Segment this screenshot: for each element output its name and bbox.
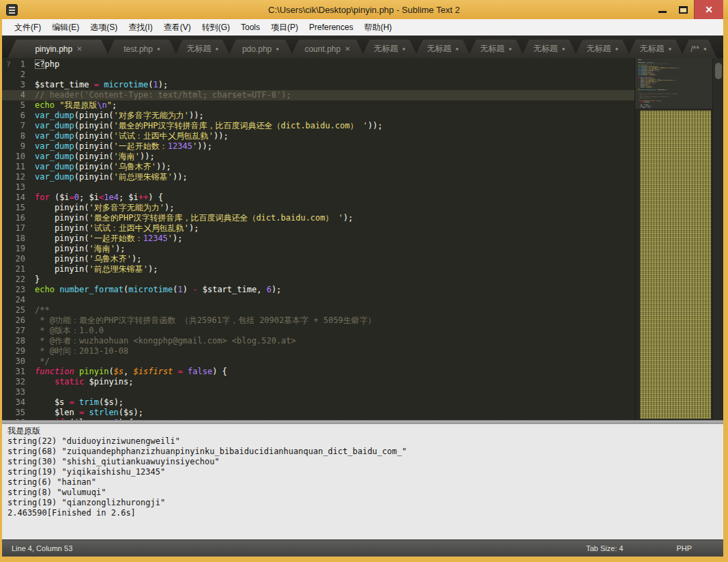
tab-无标题[interactable]: 无标题●	[414, 40, 471, 58]
minimap-dictionary-block	[640, 111, 711, 419]
line-number: 35	[2, 408, 32, 418]
menu-item-文件(F)[interactable]: 文件(F)	[9, 20, 46, 36]
vertical-scrollbar[interactable]	[712, 58, 723, 420]
line-number: 25	[2, 305, 32, 315]
code-area[interactable]: ? 1<?php23$start_time = microtime(1);4//…	[2, 58, 635, 420]
tab-modified-dot-icon[interactable]: ●	[216, 46, 219, 52]
code-line-4: 4// header('Content-Type: text/html; cha…	[2, 90, 635, 100]
tab-pdo.php[interactable]: pdo.php●	[227, 40, 294, 58]
menu-item-转到(G)[interactable]: 转到(G)	[196, 20, 235, 36]
code-line-8: 8var_dump(pinyin('试试：㐀㐁㐄㐅㐆㐌㐖㐜'));	[2, 131, 635, 141]
tab-modified-dot-icon[interactable]: ●	[509, 46, 512, 52]
close-button[interactable]: ✕	[694, 0, 723, 19]
tab-label: 无标题	[534, 43, 558, 55]
code-line-34: 34 $s = trim($s);	[2, 397, 635, 408]
code-line-22: 22}	[2, 275, 635, 285]
status-language[interactable]: PHP	[676, 544, 692, 552]
tab-无标题[interactable]: 无标题●	[174, 40, 231, 58]
code-line-9: 9var_dump(pinyin('一起开始数：12345'));	[2, 141, 635, 152]
code-line-25: 25/**	[2, 305, 635, 315]
line-number: 36	[2, 418, 32, 420]
line-number: 9	[2, 141, 32, 152]
tab-label: 无标题	[480, 43, 505, 55]
window-controls: ✕	[652, 0, 723, 19]
tab-modified-dot-icon[interactable]: ●	[615, 46, 619, 52]
tab-label: 无标题	[374, 43, 398, 55]
code-line-33: 33	[2, 387, 635, 397]
line-number: 23	[2, 285, 32, 295]
code-line-17: 17 pinyin('试试：㐀㐁㐄㐅㐆㐌㐖㐜');	[2, 223, 635, 234]
code-line-36: 36 if ($len == 0) {	[2, 418, 635, 420]
tab-modified-dot-icon[interactable]: ●	[157, 46, 160, 52]
minimap[interactable]: <?php$start_time = microtime(1);// heade…	[635, 58, 712, 420]
tab-label: pdo.php	[242, 44, 272, 54]
menu-item-Tools[interactable]: Tools	[235, 20, 265, 34]
console-output-line: string(30) "shishi_qiutiankuawuyinsiyech…	[8, 457, 723, 467]
line-number: 27	[2, 326, 32, 336]
code-line-12: 12var_dump(pinyin('前总理朱镕基'));	[2, 172, 635, 182]
output-panel: 我是原版string(22) "duiduoyinziwunengweili"s…	[2, 424, 723, 539]
line-number: 10	[2, 152, 32, 162]
title-bar[interactable]: C:\Users\cik\Desktop\pinyin.php - Sublim…	[0, 0, 728, 19]
tab-label: 无标题	[427, 43, 452, 55]
minimap-viewport[interactable]	[635, 58, 712, 109]
menu-item-项目(P)[interactable]: 项目(P)	[265, 20, 304, 36]
sublime-text-window: C:\Users\cik\Desktop\pinyin.php - Sublim…	[0, 0, 728, 562]
line-number: 22	[2, 275, 32, 285]
tab-modified-dot-icon[interactable]: ●	[669, 46, 672, 52]
close-icon: ✕	[705, 5, 713, 14]
tab-无标题[interactable]: 无标题●	[627, 40, 684, 58]
line-number: 21	[2, 264, 32, 275]
code-line-3: 3$start_time = microtime(1);	[2, 80, 635, 90]
code-line-11: 11var_dump(pinyin('乌鲁木齐'));	[2, 162, 635, 172]
console-output-line: string(22) "duiduoyinziwunengweili"	[8, 436, 723, 447]
tab-modified-dot-icon[interactable]: ●	[456, 46, 459, 52]
tab-label: /**	[690, 44, 699, 54]
line-number: 3	[2, 80, 32, 90]
code-line-35: 35 $len = strlen($s);	[2, 408, 635, 418]
tab-/**[interactable]: /**●	[680, 40, 717, 58]
code-line-26: 26 * @功能：最全的PHP汉字转拼音函数 （共25961字，包括 20902…	[2, 315, 635, 326]
code-line-2: 2	[2, 70, 635, 80]
line-number: 31	[2, 367, 32, 377]
tab-modified-dot-icon[interactable]: ●	[562, 46, 566, 52]
tab-无标题[interactable]: 无标题●	[467, 40, 525, 58]
tab-无标题[interactable]: 无标题●	[361, 40, 418, 58]
tab-无标题[interactable]: 无标题●	[574, 40, 631, 58]
code-line-5: 5echo "我是原版\n";	[2, 100, 635, 111]
minimize-button[interactable]	[652, 0, 673, 19]
tab-count.php[interactable]: count.php✕	[290, 40, 365, 58]
tab-modified-dot-icon[interactable]: ●	[403, 46, 406, 52]
line-number: 32	[2, 377, 32, 387]
tab-label: count.php	[304, 44, 340, 54]
code-line-27: 27 * @版本：1.0.0	[2, 326, 635, 336]
tab-modified-dot-icon[interactable]: ●	[276, 46, 279, 52]
line-number: 5	[2, 100, 32, 111]
code-line-19: 19 pinyin('海南');	[2, 244, 635, 254]
menu-item-查看(V)[interactable]: 查看(V)	[158, 20, 196, 36]
line-number: 15	[2, 203, 32, 213]
line-number: 19	[2, 244, 32, 254]
menu-item-帮助(H)[interactable]: 帮助(H)	[359, 20, 398, 36]
main-area: pinyin.php✕test.php●无标题●pdo.php●count.ph…	[2, 36, 723, 557]
console-output-line: string(19) "qianzonglizhurongji"	[8, 498, 723, 508]
code-line-18: 18 pinyin('一起开始数：12345');	[2, 234, 635, 244]
code-line-10: 10var_dump(pinyin('海南'));	[2, 152, 635, 162]
tab-无标题[interactable]: 无标题●	[521, 40, 578, 58]
editor: ? 1<?php23$start_time = microtime(1);4//…	[2, 58, 723, 420]
menu-item-编辑(E)[interactable]: 编辑(E)	[46, 20, 85, 36]
maximize-button[interactable]	[673, 0, 694, 19]
tab-label: 无标题	[187, 43, 212, 55]
menu-item-查找(I)[interactable]: 查找(I)	[123, 20, 158, 36]
menu-item-选项(S)[interactable]: 选项(S)	[85, 20, 123, 36]
tab-modified-dot-icon[interactable]: ●	[703, 46, 707, 52]
menu-item-Preferences[interactable]: Preferences	[304, 20, 359, 34]
scrollbar-thumb[interactable]	[715, 63, 722, 79]
code-line-15: 15 pinyin('对多音字无能为力');	[2, 203, 635, 213]
tab-test.php[interactable]: test.php●	[106, 40, 178, 58]
tab-close-icon[interactable]: ✕	[76, 46, 82, 53]
line-number: 24	[2, 295, 32, 305]
tab-pinyin.php[interactable]: pinyin.php✕	[8, 40, 110, 58]
status-tab-size[interactable]: Tab Size: 4	[586, 544, 623, 552]
tab-close-icon[interactable]: ✕	[345, 46, 350, 53]
